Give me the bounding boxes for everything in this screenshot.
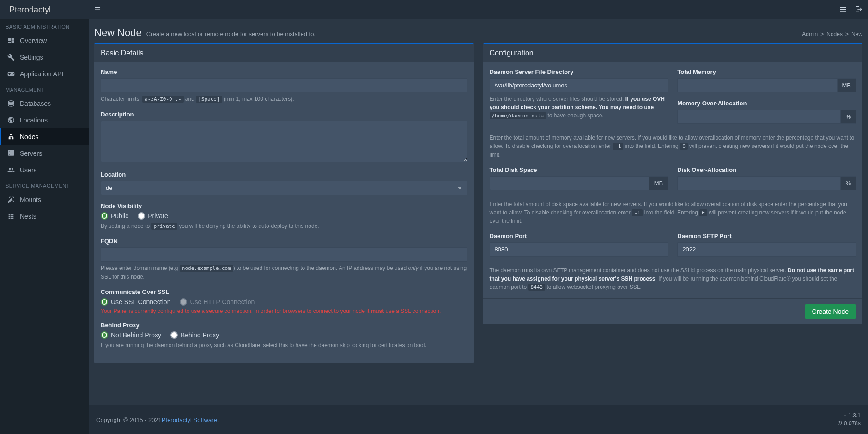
- breadcrumb-new: New: [851, 31, 862, 37]
- percent-unit: %: [841, 110, 856, 124]
- ssl-warning: Your Panel is currently configured to us…: [101, 308, 467, 314]
- radio-icon: [170, 331, 178, 339]
- memory-over-label: Memory Over-Allocation: [677, 100, 856, 107]
- gamepad-icon: [7, 70, 15, 78]
- panel-title-basic: Basic Details: [94, 44, 474, 62]
- sidebar-item-mounts[interactable]: Mounts: [0, 191, 89, 208]
- daemon-port-label: Daemon Port: [490, 232, 668, 239]
- proxy-label: Behind Proxy: [101, 322, 467, 329]
- sidebar-item-label: Databases: [20, 100, 51, 107]
- description-input[interactable]: [101, 121, 467, 162]
- sftp-port-label: Daemon SFTP Port: [677, 232, 856, 239]
- fqdn-input[interactable]: [101, 247, 467, 262]
- footer: Copyright © 2015 - 2021 Pterodactyl Soft…: [89, 405, 868, 434]
- dir-label: Daemon Server File Directory: [490, 68, 668, 75]
- hamburger-icon[interactable]: ☰: [94, 6, 101, 14]
- magic-icon: [7, 196, 15, 204]
- memory-unit: MB: [838, 78, 856, 92]
- configuration-panel: Configuration Daemon Server File Directo…: [483, 43, 863, 324]
- nav-section-basic-admin: BASIC ADMINISTRATION: [0, 19, 89, 32]
- fqdn-help: Please enter domain name (e.g node.examp…: [101, 264, 467, 281]
- visibility-help: By setting a node to private you will be…: [101, 222, 467, 231]
- breadcrumb-admin[interactable]: Admin: [802, 31, 818, 37]
- visibility-private-radio[interactable]: Private: [138, 212, 168, 220]
- sitemap-icon: [7, 133, 15, 141]
- sidebar-item-users[interactable]: Users: [0, 162, 89, 178]
- sidebar-item-api[interactable]: Application API: [0, 66, 89, 82]
- nav-section-service: SERVICE MANAGEMENT: [0, 178, 89, 191]
- location-label: Location: [101, 171, 467, 178]
- proxy-help: If you are running the daemon behind a p…: [101, 341, 467, 349]
- sidebar-item-nests[interactable]: Nests: [0, 208, 89, 225]
- disk-help: Enter the total amount of disk space ava…: [490, 200, 856, 226]
- server-icon: [7, 149, 15, 158]
- wrench-icon: [7, 53, 15, 61]
- disk-label: Total Disk Space: [490, 166, 668, 173]
- description-label: Description: [101, 111, 467, 118]
- basic-details-panel: Basic Details Name Character limits: a-z…: [94, 43, 474, 363]
- brand-logo[interactable]: Pterodactyl: [0, 0, 89, 19]
- sidebar-item-label: Mounts: [20, 196, 41, 203]
- disk-input[interactable]: [490, 176, 649, 190]
- name-label: Name: [101, 68, 467, 75]
- sidebar-item-label: Overview: [20, 37, 47, 44]
- name-help: Character limits: a-zA-Z0-9_.- and [Spac…: [101, 95, 467, 104]
- sidebar-item-nodes[interactable]: Nodes: [0, 128, 89, 145]
- name-input[interactable]: [101, 78, 467, 92]
- database-icon: [7, 99, 15, 108]
- location-select[interactable]: de: [101, 181, 467, 195]
- load-time: ⏱ 0.078s: [837, 420, 861, 428]
- sidebar-item-label: Users: [20, 166, 37, 174]
- port-help: The daemon runs its own SFTP management …: [490, 266, 856, 292]
- visibility-public-radio[interactable]: Public: [101, 212, 128, 220]
- sidebar-item-label: Application API: [20, 70, 63, 78]
- radio-icon: [101, 331, 108, 339]
- ssl-http-radio[interactable]: Use HTTP Connection: [180, 298, 255, 306]
- sftp-port-input[interactable]: [677, 242, 856, 257]
- users-icon: [7, 166, 15, 174]
- sidebar-item-databases[interactable]: Databases: [0, 95, 89, 112]
- sidebar-item-servers[interactable]: Servers: [0, 145, 89, 162]
- topbar: ☰: [89, 0, 868, 19]
- memory-help: Enter the total amount of memory availab…: [490, 134, 856, 159]
- th-icon: [7, 212, 15, 220]
- sidebar-item-label: Locations: [20, 116, 48, 124]
- dir-input[interactable]: [490, 78, 668, 92]
- breadcrumb-nodes[interactable]: Nodes: [826, 31, 843, 37]
- radio-icon: [138, 212, 145, 220]
- globe-icon: [7, 116, 15, 124]
- disk-over-input[interactable]: [677, 176, 841, 190]
- sidebar-item-locations[interactable]: Locations: [0, 112, 89, 128]
- page-title: New Node: [94, 27, 142, 39]
- radio-icon: [101, 212, 108, 220]
- page-subtitle: Create a new local or remote node for se…: [146, 31, 316, 37]
- logout-icon[interactable]: [855, 6, 862, 14]
- percent-unit: %: [841, 176, 856, 190]
- radio-icon: [180, 298, 187, 306]
- daemon-port-input[interactable]: [490, 242, 668, 257]
- sidebar-item-settings[interactable]: Settings: [0, 49, 89, 66]
- footer-link[interactable]: Pterodactyl Software: [162, 416, 217, 423]
- sidebar-item-overview[interactable]: Overview: [0, 32, 89, 49]
- fqdn-label: FQDN: [101, 238, 467, 245]
- memory-over-input[interactable]: [677, 110, 841, 124]
- dashboard-icon: [7, 37, 15, 45]
- server-list-icon[interactable]: [839, 6, 847, 14]
- nav-section-management: MANAGEMENT: [0, 82, 89, 95]
- sidebar-item-label: Settings: [20, 54, 43, 61]
- radio-icon: [101, 298, 108, 306]
- proxy-yes-radio[interactable]: Behind Proxy: [170, 331, 219, 339]
- sidebar-item-label: Servers: [20, 150, 42, 157]
- sidebar-item-label: Nodes: [20, 133, 38, 141]
- disk-over-label: Disk Over-Allocation: [677, 166, 856, 173]
- memory-input[interactable]: [677, 78, 837, 92]
- version-badge: ⑂ 1.3.1: [837, 412, 861, 420]
- proxy-no-radio[interactable]: Not Behind Proxy: [101, 331, 161, 339]
- memory-label: Total Memory: [677, 68, 856, 75]
- ssl-use-radio[interactable]: Use SSL Connection: [101, 298, 170, 306]
- sidebar-item-label: Nests: [20, 213, 36, 220]
- sidebar: Pterodactyl BASIC ADMINISTRATION Overvie…: [0, 0, 89, 434]
- create-node-button[interactable]: Create Node: [805, 304, 856, 319]
- disk-unit: MB: [649, 176, 668, 190]
- ssl-label: Communicate Over SSL: [101, 288, 467, 295]
